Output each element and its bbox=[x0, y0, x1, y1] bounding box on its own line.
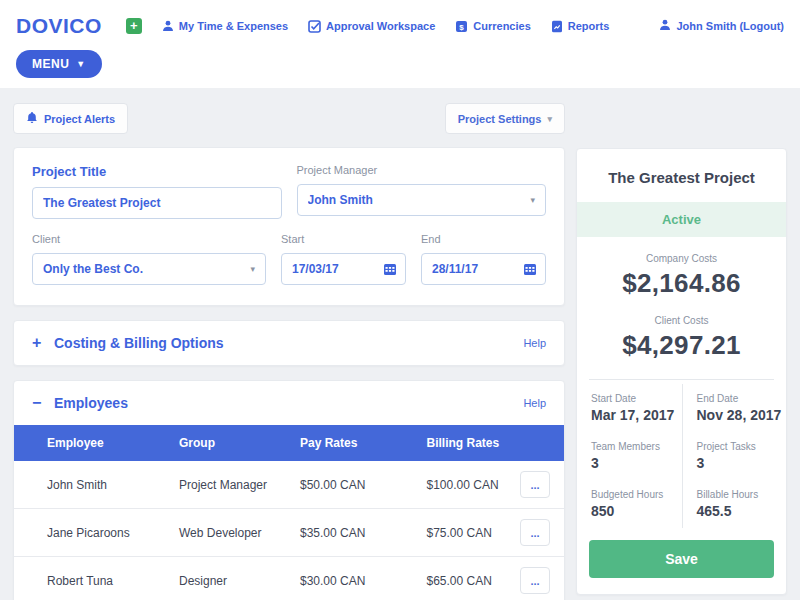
project-summary-card: The Greatest Project Active Company Cost… bbox=[576, 148, 787, 595]
cell-group: Designer bbox=[179, 574, 300, 588]
col-header-employee: Employee bbox=[14, 436, 179, 450]
cell-pay-rate: $50.00 CAN bbox=[300, 478, 427, 492]
stat-start-date: Start Date Mar 17, 2017 bbox=[577, 384, 682, 432]
bell-icon bbox=[26, 111, 38, 126]
cell-employee: John Smith bbox=[14, 478, 179, 492]
menu-button[interactable]: MENU ▼ bbox=[16, 50, 102, 78]
company-costs-value: $2,164.86 bbox=[577, 268, 786, 299]
nav-label: My Time & Expenses bbox=[179, 20, 288, 32]
cell-group: Project Manager bbox=[179, 478, 300, 492]
col-header-pay-rates: Pay Rates bbox=[300, 436, 427, 450]
project-manager-value bbox=[298, 185, 546, 215]
col-header-group: Group bbox=[179, 436, 300, 450]
nav-label: Approval Workspace bbox=[326, 20, 435, 32]
nav-my-time-expenses[interactable]: My Time & Expenses bbox=[162, 20, 288, 32]
cell-employee: Robert Tuna bbox=[14, 574, 179, 588]
status-badge: Active bbox=[577, 202, 786, 237]
project-title-input[interactable] bbox=[33, 188, 281, 218]
collapse-icon[interactable]: − bbox=[32, 394, 54, 412]
stat-billable-hours: Billable Hours 465.5 bbox=[682, 480, 787, 528]
nav-approval-workspace[interactable]: Approval Workspace bbox=[308, 20, 435, 33]
row-actions-button[interactable]: ... bbox=[520, 519, 550, 546]
top-bar: DOVICO + My Time & Expenses Approval Wor… bbox=[0, 0, 800, 88]
report-icon bbox=[551, 20, 563, 33]
nav-reports[interactable]: Reports bbox=[551, 20, 610, 33]
checkbox-icon bbox=[308, 20, 321, 33]
start-date-label: Start bbox=[281, 233, 406, 245]
project-alerts-button[interactable]: Project Alerts bbox=[13, 103, 128, 134]
stat-team-members: Team Members 3 bbox=[577, 432, 682, 480]
employees-card: − Employees Help Employee Group Pay Rate… bbox=[13, 380, 565, 600]
employees-table-header: Employee Group Pay Rates Billing Rates bbox=[14, 425, 564, 461]
client-costs-value: $4,297.21 bbox=[577, 330, 786, 361]
stat-budgeted-hours: Budgeted Hours 850 bbox=[577, 480, 682, 528]
cell-group: Web Developer bbox=[179, 526, 300, 540]
project-manager-select[interactable]: ▾ bbox=[297, 184, 547, 216]
client-select[interactable]: ▾ bbox=[32, 253, 266, 285]
person-icon bbox=[659, 19, 671, 33]
user-name: John Smith (Logout) bbox=[676, 20, 784, 32]
cell-employee: Jane Picaroons bbox=[14, 526, 179, 540]
project-title-label: Project Title bbox=[32, 164, 282, 179]
project-details-card: Project Title Project Manager ▾ Client bbox=[13, 147, 565, 306]
chevron-down-icon: ▼ bbox=[76, 59, 85, 69]
table-row: Robert Tuna Designer $30.00 CAN $65.00 C… bbox=[14, 557, 564, 600]
project-settings-label: Project Settings bbox=[458, 113, 542, 125]
main-column: Project Alerts Project Settings ▾ Projec… bbox=[13, 103, 565, 600]
stat-project-tasks: Project Tasks 3 bbox=[682, 432, 787, 480]
summary-column: The Greatest Project Active Company Cost… bbox=[576, 148, 787, 595]
save-button[interactable]: Save bbox=[589, 540, 774, 578]
calendar-icon[interactable] bbox=[523, 262, 537, 280]
project-manager-label: Project Manager bbox=[297, 164, 547, 176]
col-header-billing-rates: Billing Rates bbox=[427, 436, 521, 450]
currency-icon: $ bbox=[455, 20, 468, 33]
company-costs-label: Company Costs bbox=[577, 253, 786, 264]
svg-text:$: $ bbox=[460, 22, 465, 31]
person-icon bbox=[162, 20, 174, 32]
project-toolbar: Project Alerts Project Settings ▾ bbox=[13, 103, 565, 134]
user-account-link[interactable]: John Smith (Logout) bbox=[659, 19, 784, 33]
stat-end-date: End Date Nov 28, 2017 bbox=[682, 384, 787, 432]
project-stats: Start Date Mar 17, 2017 End Date Nov 28,… bbox=[577, 384, 786, 528]
client-value bbox=[33, 254, 265, 284]
expand-icon[interactable]: + bbox=[32, 334, 54, 352]
calendar-icon[interactable] bbox=[383, 262, 397, 280]
end-date-label: End bbox=[421, 233, 546, 245]
cell-billing-rate: $100.00 CAN bbox=[427, 478, 521, 492]
table-row: Jane Picaroons Web Developer $35.00 CAN … bbox=[14, 509, 564, 557]
page-content: Project Alerts Project Settings ▾ Projec… bbox=[0, 88, 800, 600]
dovico-logo: DOVICO bbox=[16, 14, 102, 38]
menu-button-label: MENU bbox=[32, 57, 69, 71]
cell-billing-rate: $65.00 CAN bbox=[427, 574, 521, 588]
cell-pay-rate: $30.00 CAN bbox=[300, 574, 427, 588]
project-alerts-label: Project Alerts bbox=[44, 113, 115, 125]
client-costs-label: Client Costs bbox=[577, 315, 786, 326]
cell-pay-rate: $35.00 CAN bbox=[300, 526, 427, 540]
employees-help-link[interactable]: Help bbox=[523, 397, 546, 409]
table-row: John Smith Project Manager $50.00 CAN $1… bbox=[14, 461, 564, 509]
client-label: Client bbox=[32, 233, 266, 245]
divider bbox=[589, 379, 774, 380]
chevron-down-icon: ▾ bbox=[547, 114, 552, 124]
nav-label: Currencies bbox=[473, 20, 530, 32]
add-icon[interactable]: + bbox=[126, 18, 142, 34]
summary-project-title: The Greatest Project bbox=[577, 149, 786, 202]
employees-title[interactable]: Employees bbox=[54, 395, 523, 411]
row-actions-button[interactable]: ... bbox=[520, 471, 550, 498]
nav-currencies[interactable]: $ Currencies bbox=[455, 20, 530, 33]
row-actions-button[interactable]: ... bbox=[520, 567, 550, 594]
project-settings-button[interactable]: Project Settings ▾ bbox=[445, 103, 565, 134]
main-nav: + My Time & Expenses Approval Workspace … bbox=[126, 18, 660, 34]
cell-billing-rate: $75.00 CAN bbox=[427, 526, 521, 540]
costing-billing-title[interactable]: Costing & Billing Options bbox=[54, 335, 523, 351]
costing-help-link[interactable]: Help bbox=[523, 337, 546, 349]
costing-billing-card: + Costing & Billing Options Help bbox=[13, 320, 565, 366]
nav-label: Reports bbox=[568, 20, 610, 32]
employees-table: Employee Group Pay Rates Billing Rates J… bbox=[14, 425, 564, 600]
